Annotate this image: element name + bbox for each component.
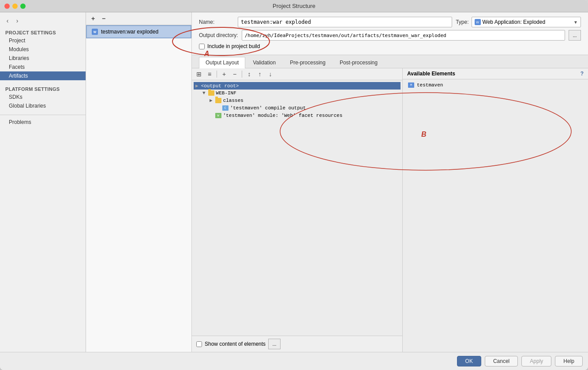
window-title: Project Structure bbox=[273, 3, 315, 9]
tabs-bar: Output Layout Validation Pre-processing … bbox=[192, 55, 588, 68]
output-panel: ⊞ ≡ + − ↕ ↑ ↓ bbox=[192, 68, 403, 352]
sidebar-item-problems[interactable]: Problems bbox=[0, 118, 86, 127]
available-header: Available Elements ? bbox=[403, 68, 588, 79]
tree-row-output-root[interactable]: ▶ <output root> bbox=[194, 82, 401, 90]
add-artifact-button[interactable]: + bbox=[89, 14, 97, 23]
folder-web-inf-icon bbox=[208, 90, 214, 96]
sidebar-item-libraries[interactable]: Libraries bbox=[0, 54, 86, 63]
content-wrapper: + − W testmaven:war exploded A bbox=[86, 12, 588, 352]
name-row: Name: Type: W Web Application: Exploded … bbox=[199, 17, 581, 27]
close-button[interactable] bbox=[4, 4, 10, 9]
expand-webfacet-icon: ▶ bbox=[210, 112, 213, 118]
artifact-entry[interactable]: W testmaven:war exploded bbox=[86, 25, 191, 38]
type-dropdown[interactable]: W Web Application: Exploded ▼ bbox=[472, 17, 581, 27]
show-content-browse-btn[interactable]: ... bbox=[268, 339, 281, 349]
output-toolbar-grid-btn[interactable]: ⊞ bbox=[195, 70, 203, 78]
avail-item-label: testmaven bbox=[417, 82, 443, 88]
sidebar: ‹ › Project Settings Project Modules Lib… bbox=[0, 12, 86, 352]
split-panel: ⊞ ≡ + − ↕ ↑ ↓ bbox=[192, 68, 588, 352]
output-toolbar-sort-btn[interactable]: ↕ bbox=[245, 70, 254, 78]
remove-artifact-button[interactable]: − bbox=[99, 14, 108, 23]
output-dir-label: Output directory: bbox=[199, 32, 238, 38]
module-icon: M bbox=[408, 82, 414, 88]
name-label: Name: bbox=[199, 19, 234, 25]
tree-row-web-inf[interactable]: ▼ WEB-INF bbox=[194, 90, 401, 97]
show-content-label: Show content of elements bbox=[205, 341, 266, 347]
main-area: ‹ › Project Settings Project Modules Lib… bbox=[0, 12, 588, 352]
annotation-a-label: A bbox=[204, 50, 210, 58]
tab-post-processing[interactable]: Post-processing bbox=[333, 57, 384, 68]
cancel-button[interactable]: Cancel bbox=[485, 356, 518, 366]
tab-validation[interactable]: Validation bbox=[246, 57, 282, 68]
apply-button[interactable]: Apply bbox=[521, 356, 551, 366]
sidebar-item-modules[interactable]: Modules bbox=[0, 45, 86, 54]
web-inf-label: WEB-INF bbox=[216, 90, 236, 96]
available-content: M testmaven bbox=[403, 79, 588, 352]
nav-forward-button[interactable]: › bbox=[13, 17, 21, 25]
help-button[interactable]: Help bbox=[555, 356, 583, 366]
nav-back-button[interactable]: ‹ bbox=[4, 17, 11, 25]
platform-settings-section: Platform Settings bbox=[0, 83, 86, 93]
toolbar-divider2 bbox=[242, 71, 242, 78]
tab-pre-processing[interactable]: Pre-processing bbox=[283, 57, 332, 68]
output-toolbar-up-btn[interactable]: ↑ bbox=[255, 70, 264, 78]
sidebar-nav: ‹ › bbox=[0, 16, 86, 26]
type-icon: W bbox=[475, 19, 481, 25]
maximize-button[interactable] bbox=[20, 4, 26, 9]
compile-output-icon: C bbox=[222, 105, 228, 111]
browse-button[interactable]: ... bbox=[569, 30, 581, 41]
type-value: Web Application: Exploded bbox=[483, 19, 546, 25]
toolbar-divider bbox=[217, 71, 217, 78]
project-settings-section: Project Settings bbox=[0, 26, 86, 36]
sidebar-item-sdks[interactable]: SDKs bbox=[0, 93, 86, 101]
right-panel: Name: Type: W Web Application: Exploded … bbox=[192, 12, 588, 352]
tree-row-web-facet[interactable]: ▶ W 'testmaven' module: 'Web' facet reso… bbox=[194, 112, 401, 119]
output-toolbar-list-btn[interactable]: ≡ bbox=[205, 70, 214, 78]
available-help-button[interactable]: ? bbox=[581, 71, 584, 77]
name-input[interactable] bbox=[238, 17, 452, 27]
include-in-build-checkbox[interactable] bbox=[199, 44, 205, 49]
dropdown-arrow-icon: ▼ bbox=[573, 20, 578, 25]
output-tree: ▶ <output root> ▼ WEB-INF ▶ bbox=[192, 80, 402, 336]
expand-icon: ▶ bbox=[195, 83, 198, 89]
tree-row-classes[interactable]: ▶ classes bbox=[194, 97, 401, 104]
available-panel: Available Elements ? M testmaven bbox=[403, 68, 588, 352]
include-in-build-row: Include in project build bbox=[199, 43, 581, 49]
available-elements-title: Available Elements bbox=[407, 71, 578, 77]
footer-buttons: OK Cancel Apply Help bbox=[0, 352, 588, 370]
artifact-list: W testmaven:war exploded bbox=[86, 25, 191, 352]
avail-item-testmaven[interactable]: M testmaven bbox=[404, 81, 586, 89]
output-dir-row: Output directory: ... bbox=[199, 30, 581, 41]
war-icon: W bbox=[91, 28, 98, 35]
sidebar-item-global-libraries[interactable]: Global Libraries bbox=[0, 101, 86, 110]
output-toolbar-add-btn[interactable]: + bbox=[220, 70, 228, 78]
type-label: Type: bbox=[456, 19, 468, 25]
include-in-build-label: Include in project build bbox=[207, 43, 260, 49]
output-toolbar: ⊞ ≡ + − ↕ ↑ ↓ bbox=[192, 68, 402, 80]
expand-classes-icon: ▶ bbox=[210, 97, 213, 103]
sidebar-item-artifacts[interactable]: Artifacts bbox=[0, 71, 86, 80]
artifact-toolbar: + − bbox=[86, 12, 191, 25]
folder-classes-icon bbox=[215, 98, 221, 103]
minimize-button[interactable] bbox=[12, 4, 18, 9]
annotation-b-label: B bbox=[421, 131, 427, 138]
sidebar-item-facets[interactable]: Facets bbox=[0, 63, 86, 71]
output-toolbar-down-btn[interactable]: ↓ bbox=[266, 70, 275, 78]
output-toolbar-remove-btn[interactable]: − bbox=[230, 70, 239, 78]
sidebar-item-project[interactable]: Project bbox=[0, 36, 86, 45]
tree-row-compile[interactable]: ▶ C 'testmaven' compile output bbox=[194, 104, 401, 112]
classes-label: classes bbox=[223, 98, 243, 103]
traffic-lights bbox=[4, 4, 26, 9]
bottom-bar: Show content of elements ... bbox=[192, 336, 402, 352]
expand-compile-icon: ▶ bbox=[217, 105, 220, 111]
tab-output-layout[interactable]: Output Layout bbox=[199, 57, 245, 68]
artifact-list-panel: + − W testmaven:war exploded A bbox=[86, 12, 192, 352]
expand-webinf-icon: ▼ bbox=[202, 90, 206, 96]
output-dir-input[interactable] bbox=[242, 30, 565, 41]
show-content-checkbox[interactable] bbox=[196, 341, 202, 347]
ok-button[interactable]: OK bbox=[457, 356, 481, 366]
titlebar: Project Structure bbox=[0, 0, 588, 12]
type-selector: Type: W Web Application: Exploded ▼ bbox=[456, 17, 581, 27]
artifact-name: testmaven:war exploded bbox=[101, 29, 158, 35]
project-structure-window: Project Structure ‹ › Project Settings P… bbox=[0, 0, 588, 370]
